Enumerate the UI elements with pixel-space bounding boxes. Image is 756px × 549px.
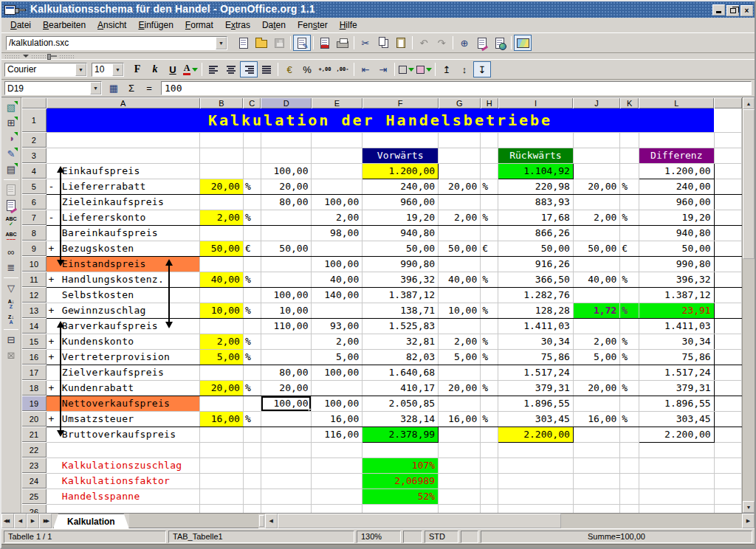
cell-K26[interactable] <box>620 504 639 513</box>
cell-C3[interactable] <box>243 148 261 163</box>
copy-icon[interactable] <box>374 35 392 51</box>
cell-H7[interactable]: % <box>481 210 498 225</box>
row-header-5[interactable]: 5 <box>21 179 47 194</box>
cell-B9[interactable]: 50,00 <box>200 241 244 256</box>
cell-E10[interactable]: 100,00 <box>312 256 362 272</box>
cell-E18[interactable] <box>312 380 362 396</box>
cell-F5[interactable]: 240,00 <box>362 179 439 194</box>
cell-M16[interactable] <box>714 349 741 365</box>
background-color-button[interactable] <box>415 61 433 77</box>
cell-J22[interactable] <box>573 442 619 458</box>
menu-extras[interactable]: Extras <box>219 18 256 32</box>
cell-H26[interactable] <box>481 504 498 513</box>
cell-M17[interactable] <box>714 365 741 380</box>
row-header-22[interactable]: 22 <box>21 442 47 458</box>
formula-input-line[interactable]: 100 <box>161 81 752 95</box>
cell-K10[interactable] <box>620 256 639 272</box>
row-header-18[interactable]: 18 <box>21 380 47 396</box>
cell-F25[interactable]: 52% <box>362 488 439 504</box>
align-bottom-button[interactable]: ↧ <box>473 61 491 77</box>
cell-I26[interactable] <box>498 504 574 513</box>
cell-H9[interactable]: € <box>481 241 498 256</box>
cell-H23[interactable] <box>481 458 498 473</box>
cell-F6[interactable]: 960,00 <box>362 194 439 210</box>
sheet-title-cell[interactable]: Kalkulation der Handelsbetriebe <box>47 108 714 132</box>
cell-C24[interactable] <box>243 473 261 488</box>
function-wizard-icon[interactable]: ▦ <box>105 80 123 97</box>
cell-G12[interactable] <box>439 287 481 303</box>
open-icon[interactable] <box>252 35 270 51</box>
cell-F9[interactable]: 50,00 <box>362 241 439 256</box>
cell-E9[interactable] <box>312 241 362 256</box>
cell-E14[interactable]: 93,00 <box>312 318 362 334</box>
cell-B21[interactable] <box>200 427 244 442</box>
cell-G22[interactable] <box>439 442 481 458</box>
cell-J8[interactable] <box>573 225 619 241</box>
row-header-6[interactable]: 6 <box>21 194 47 210</box>
cell-H16[interactable]: % <box>481 349 498 365</box>
cell-L16[interactable]: 75,86 <box>639 349 714 365</box>
cell-L26[interactable] <box>639 504 714 513</box>
cell-J12[interactable] <box>573 287 619 303</box>
column-header-C[interactable]: C <box>243 97 261 108</box>
cell-K17[interactable] <box>620 365 639 380</box>
last-sheet-button[interactable]: ▶ <box>39 514 52 528</box>
cell-D14[interactable]: 110,00 <box>261 318 312 334</box>
cell-G26[interactable] <box>439 504 481 513</box>
cell-C4[interactable] <box>243 163 261 179</box>
menu-fenster[interactable]: Fenster <box>292 18 334 32</box>
ungroup-icon[interactable]: ⊠ <box>3 348 19 363</box>
cell-M19[interactable] <box>714 396 741 411</box>
cell-L9[interactable]: 50,00 <box>639 241 714 256</box>
row-header-16[interactable]: 16 <box>21 349 47 365</box>
cell-E16[interactable]: 5,00 <box>312 349 362 365</box>
cell-L12[interactable]: 1.387,12 <box>639 287 714 303</box>
cell-G24[interactable] <box>439 473 481 488</box>
cell-F18[interactable]: 410,17 <box>362 380 439 396</box>
cell-H20[interactable]: % <box>481 411 498 427</box>
cell-I7[interactable]: 17,68 <box>498 210 574 225</box>
cell-I21[interactable]: 2.200,00 <box>498 427 574 442</box>
toolbar-handle[interactable] <box>1 53 755 60</box>
cell-L13[interactable]: 23,91 <box>639 303 714 318</box>
cell-B11[interactable]: 40,00 <box>200 272 244 287</box>
cell-L23[interactable] <box>639 458 714 473</box>
select-all-corner[interactable] <box>21 97 47 108</box>
cell-A9[interactable]: +Bezugskosten <box>47 241 200 256</box>
cell-A14[interactable]: Barverkaufspreis <box>47 318 200 334</box>
cell-J17[interactable] <box>573 365 619 380</box>
cell-H13[interactable]: % <box>481 303 498 318</box>
cell-I4[interactable]: 1.104,92 <box>498 163 574 179</box>
stylist-icon[interactable] <box>473 35 491 51</box>
font-name-dropdown-button[interactable]: ▼ <box>75 63 86 76</box>
row-header-24[interactable]: 24 <box>21 473 47 488</box>
cell-K23[interactable] <box>620 458 639 473</box>
cell-D7[interactable] <box>261 210 312 225</box>
cell-L2[interactable] <box>639 132 714 148</box>
cell-I15[interactable]: 30,34 <box>498 334 574 349</box>
cell-A23[interactable]: Kalkulationszuschlag <box>47 458 200 473</box>
cell-G4[interactable] <box>439 163 481 179</box>
column-header-G[interactable]: G <box>439 97 481 108</box>
restore-button[interactable] <box>726 5 739 16</box>
cell-H12[interactable] <box>481 287 498 303</box>
row-header-3[interactable]: 3 <box>21 148 47 163</box>
cell-D13[interactable]: 10,00 <box>261 303 312 318</box>
cell-L4[interactable]: 1.200,00 <box>639 163 714 179</box>
cell-J10[interactable] <box>573 256 619 272</box>
cell-K25[interactable] <box>620 488 639 504</box>
cell-A13[interactable]: +Gewinnzuschlag <box>47 303 200 318</box>
find-replace-icon[interactable]: ∞ <box>3 244 19 260</box>
cell-G20[interactable]: 16,00 <box>439 411 481 427</box>
cell-J18[interactable]: 20,00 <box>573 380 619 396</box>
cell-M11[interactable] <box>714 272 741 287</box>
cell-F20[interactable]: 328,14 <box>362 411 439 427</box>
cell-D9[interactable]: 50,00 <box>261 241 312 256</box>
cell-L7[interactable]: 19,20 <box>639 210 714 225</box>
cell-I20[interactable]: 303,45 <box>498 411 574 427</box>
cell-G3[interactable] <box>439 148 481 163</box>
cell-K11[interactable]: % <box>620 272 639 287</box>
cell-I13[interactable]: 128,28 <box>498 303 574 318</box>
cell-B13[interactable]: 10,00 <box>200 303 244 318</box>
align-left-button[interactable] <box>205 61 222 77</box>
